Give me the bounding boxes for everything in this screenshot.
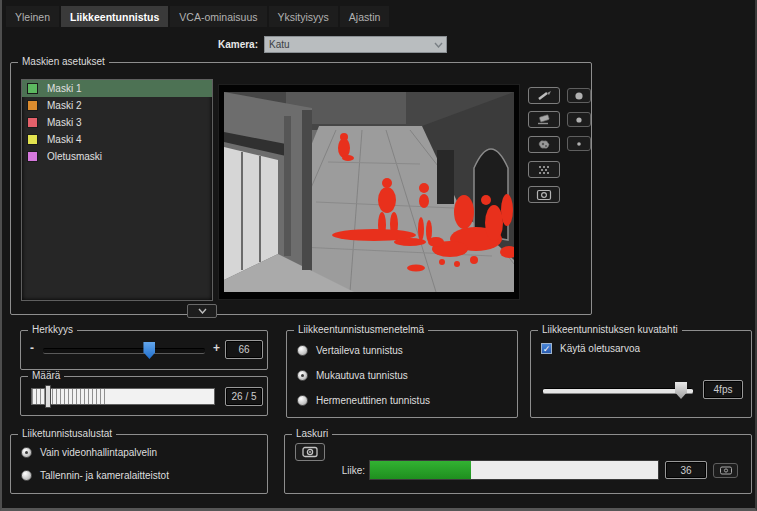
sensitivity-value: 66 [225, 340, 263, 359]
platforms-group: Liiketunnistusalustat Vain videonhallint… [10, 434, 268, 494]
camera-selected-value: Katu [265, 39, 434, 50]
checkbox-checked-icon[interactable]: ✓ [541, 343, 552, 354]
tab-liikkeentunnistus[interactable]: Liikkeentunnistus [61, 6, 168, 27]
counter-title: Laskuri [292, 428, 332, 439]
platform-option-vms[interactable]: Vain videonhallintapalvelin [21, 447, 157, 458]
mask-settings-group: Maskien asetukset Maski 1 Maski 2 Maski … [10, 62, 592, 315]
framerate-slider-track[interactable] [543, 388, 693, 394]
mask-settings-title: Maskien asetukset [18, 56, 109, 67]
radio-label: Vain videonhallintapalvelin [40, 447, 157, 458]
detection-method-title: Liikkeentunnistusmenetelmä [294, 324, 428, 335]
detection-method-group: Liikkeentunnistusmenetelmä Vertaileva tu… [286, 330, 518, 418]
tab-ajastin[interactable]: Ajastin [340, 6, 390, 27]
chevron-down-icon [434, 42, 443, 48]
video-frame [224, 92, 514, 292]
mask-color-swatch [27, 83, 38, 94]
radio-label: Mukautuva tunnistus [316, 370, 408, 381]
mask-list-item[interactable]: Maski 1 [22, 80, 212, 97]
fill-icon [535, 139, 553, 151]
checkbox-label: Käytä oletusarvoa [560, 343, 640, 354]
camera-dropdown[interactable]: Katu [264, 36, 447, 53]
camera-label: Kamera: [172, 39, 258, 50]
mask-color-swatch [27, 100, 38, 111]
method-option-hermeneuttinen[interactable]: Hermeneuttinen tunnistus [297, 395, 430, 406]
radio-icon[interactable] [297, 395, 308, 406]
motion-level-bar [369, 460, 659, 480]
amount-threshold-handle[interactable] [45, 385, 51, 408]
sensitivity-slider-track[interactable] [43, 348, 205, 354]
counter-snapshot-button[interactable] [713, 463, 738, 478]
brush-small-button[interactable] [567, 136, 591, 151]
platform-option-recorder[interactable]: Tallennin- ja kameralaitteistot [21, 470, 169, 481]
brush-large-button[interactable] [567, 88, 591, 103]
mask-label: Maski 2 [47, 100, 81, 111]
tab-bar: Yleinen Liikkeentunnistus VCA-ominaisuus… [6, 6, 391, 27]
eraser-tool-button[interactable] [528, 111, 560, 128]
app-window: Yleinen Liikkeentunnistus VCA-ominaisuus… [0, 0, 757, 511]
chevron-down-icon [198, 308, 207, 314]
mask-label: Oletusmaski [47, 151, 102, 162]
brush-large-icon [574, 91, 584, 101]
method-option-mukautuva[interactable]: Mukautuva tunnistus [297, 370, 408, 381]
radio-label: Vertaileva tunnistus [316, 345, 403, 356]
sensitivity-slider-thumb[interactable] [143, 342, 155, 359]
radio-icon[interactable] [297, 370, 308, 381]
motion-level-value: 36 [665, 461, 707, 479]
sensitivity-group: Herkkyys - + 66 [20, 330, 268, 370]
brush-small-icon [574, 139, 584, 149]
mask-list-item[interactable]: Maski 4 [22, 131, 212, 148]
image-icon [535, 189, 553, 201]
eraser-icon [535, 114, 553, 125]
mask-list: Maski 1 Maski 2 Maski 3 Maski 4 Oletusma… [21, 79, 213, 301]
counter-group: Laskuri Liike: 36 [284, 434, 752, 494]
mask-color-swatch [27, 117, 38, 128]
radio-icon[interactable] [21, 470, 32, 481]
snapshot-tool-button[interactable] [528, 186, 560, 203]
pattern-icon [535, 164, 553, 176]
fill-tool-button[interactable] [528, 136, 560, 153]
use-default-checkbox-row[interactable]: ✓ Käytä oletusarvoa [541, 343, 640, 354]
sensitivity-title: Herkkyys [28, 324, 77, 335]
framerate-slider-thumb[interactable] [675, 382, 687, 399]
mask-list-item[interactable]: Maski 3 [22, 114, 212, 131]
radio-label: Hermeneuttinen tunnistus [316, 395, 430, 406]
counter-camera-button[interactable] [295, 443, 325, 461]
mask-label: Maski 3 [47, 117, 81, 128]
tab-yksityisyys[interactable]: Yksityisyys [269, 6, 338, 27]
framerate-group: Liikkeentunnistuksen kuvatahti ✓ Käytä o… [530, 330, 752, 418]
brush-medium-button[interactable] [567, 112, 591, 127]
platforms-title: Liiketunnistusalustat [18, 428, 116, 439]
amount-value: 26 / 5 [225, 387, 263, 406]
tab-yleinen[interactable]: Yleinen [6, 6, 59, 27]
mask-label: Maski 4 [47, 134, 81, 145]
sensitivity-decrease[interactable]: - [30, 341, 34, 355]
amount-title: Määrä [28, 370, 64, 381]
framerate-title: Liikkeentunnistuksen kuvatahti [538, 324, 682, 335]
camera-icon [301, 446, 319, 458]
pencil-icon [535, 90, 553, 101]
tab-vca-ominaisuus[interactable]: VCA-ominaisuus [170, 6, 266, 27]
mask-list-item[interactable]: Oletusmaski [22, 148, 212, 165]
brush-medium-icon [574, 115, 584, 125]
pattern-tool-button[interactable] [528, 161, 560, 178]
mask-label: Maski 1 [47, 83, 81, 94]
amount-group: Määrä 26 / 5 [20, 376, 268, 416]
framerate-value: 4fps [703, 380, 743, 399]
amount-meter-level [32, 389, 108, 404]
radio-icon[interactable] [21, 447, 32, 458]
amount-meter[interactable] [31, 388, 215, 405]
mask-color-swatch [27, 151, 38, 162]
sensitivity-increase[interactable]: + [213, 341, 220, 355]
method-option-vertaileva[interactable]: Vertaileva tunnistus [297, 345, 403, 356]
motion-level-label: Liike: [333, 465, 365, 476]
motion-level-fill [370, 461, 471, 479]
camera-small-icon [719, 466, 733, 475]
radio-label: Tallennin- ja kameralaitteistot [40, 470, 169, 481]
radio-icon[interactable] [297, 345, 308, 356]
mask-list-item[interactable]: Maski 2 [22, 97, 212, 114]
video-preview[interactable] [218, 84, 520, 300]
mask-color-swatch [27, 134, 38, 145]
pencil-tool-button[interactable] [528, 87, 560, 104]
mask-list-expand-button[interactable] [187, 304, 217, 318]
